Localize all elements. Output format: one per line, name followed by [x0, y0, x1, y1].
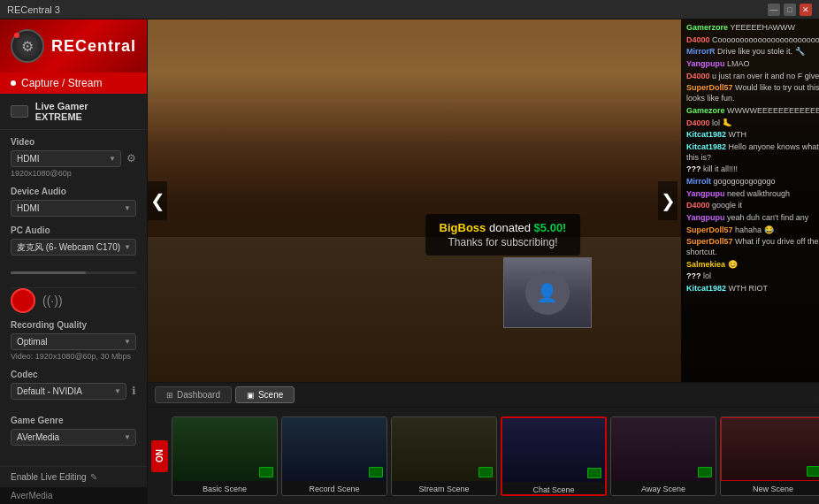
video-resolution: 1920x1080@60p [11, 169, 136, 178]
scene-thumbs: Basic Scene Record Scene Stream Scene Ch… [172, 416, 819, 496]
donation-action: donated [489, 221, 531, 234]
record-button[interactable] [11, 288, 35, 313]
scene-green-indicator [698, 467, 712, 477]
chat-message: Kitcat1982 WTH [686, 130, 819, 141]
title-bar: RECentral 3 — □ ✕ [0, 0, 819, 19]
video-preview: BigBoss donated $5.00! Thanks for subscr… [148, 19, 819, 382]
game-genre-label: Game Genre [11, 416, 136, 425]
chat-panel: Gamerzore YEEEEEHAWWWD4000 Coooooooooooo… [681, 19, 819, 382]
chat-message: Yangpupu LMAO [686, 59, 819, 70]
tab-dashboard-label: Dashboard [177, 390, 220, 400]
tab-scene-label: Scene [258, 390, 283, 400]
chat-message: D4000 lol 🦶 [686, 118, 819, 129]
tab-scene[interactable]: ▣ Scene [235, 386, 295, 403]
donation-notification: BigBoss donated $5.00! Thanks for subscr… [425, 214, 581, 256]
codec-group: Codec Default - NVIDIA ℹ [11, 370, 136, 407]
content-area: BigBoss donated $5.00! Thanks for subscr… [148, 19, 819, 504]
window-controls: — □ ✕ [768, 4, 812, 16]
window-title: RECentral 3 [7, 4, 60, 15]
scene-label: Chat Scene [502, 482, 605, 496]
pc-audio-label: PC Audio [11, 225, 136, 235]
dashboard-icon: ⊞ [166, 391, 173, 400]
video-settings-icon[interactable]: ⚙ [126, 152, 136, 164]
enable-editing-label: Enable Live Editing [11, 472, 87, 482]
chat-message: SuperDoll57 Would like to try out this g… [686, 83, 819, 103]
donation-sub: Thanks for subscribing! [440, 236, 567, 248]
logo-text: RECentral [51, 37, 136, 56]
scene-thumb[interactable]: Chat Scene [501, 416, 607, 496]
enable-editing-row[interactable]: Enable Live Editing ✎ [11, 472, 97, 482]
donation-name: BigBoss [440, 221, 486, 234]
chat-message: Kitcat1982 Hello anyone knows what game … [686, 142, 819, 163]
capture-stream-bar[interactable]: Capture / Stream [0, 73, 147, 94]
scene-label: Stream Scene [392, 481, 496, 496]
tab-bar: ⊞ Dashboard ▣ Scene 🔊 ⛶ [148, 382, 819, 407]
codec-label: Codec [11, 370, 136, 379]
game-genre-group: Game Genre AVerMedia [11, 416, 136, 446]
game-genre-select[interactable]: AVerMedia [11, 429, 136, 446]
edit-icon[interactable]: ✎ [90, 472, 97, 482]
device-name: Live Gamer EXTREME [35, 101, 136, 122]
close-button[interactable]: ✕ [800, 4, 812, 16]
chat-message: SuperDoll57 What if you drive off the cl… [686, 237, 819, 257]
chat-message: ??? lol [686, 271, 819, 282]
nav-arrow-left[interactable]: ❮ [148, 181, 167, 220]
sidebar: ⚙ RECentral Capture / Stream Live Gamer … [0, 19, 148, 504]
main-container: ⚙ RECentral Capture / Stream Live Gamer … [0, 19, 819, 504]
device-icon [11, 105, 28, 118]
pc-audio-select[interactable]: 麦克风 (6- Webcam C170) [11, 239, 136, 256]
nav-arrow-right[interactable]: ❯ [658, 181, 677, 220]
scene-strip: ON Basic Scene Record Scene Stream Scene… [148, 407, 819, 504]
chat-message: Salmekiea 😊 [686, 260, 819, 271]
logo-icon: ⚙ [11, 29, 44, 63]
tab-dashboard[interactable]: ⊞ Dashboard [155, 386, 232, 403]
chat-message: MirrorR Drive like you stole it. 🔧 [686, 47, 819, 57]
scene-green-indicator [369, 467, 383, 477]
stream-button[interactable]: ((·)) [42, 294, 63, 308]
chat-message: Gamezore WWWWEEEEEEEEEEEEEE [686, 106, 819, 117]
scene-thumb[interactable]: Record Scene [281, 416, 387, 496]
recording-quality-select[interactable]: Optimal [11, 333, 136, 350]
scene-thumb[interactable]: New Scene [720, 416, 819, 496]
chat-message: Gamerzore YEEEEEHAWWW [686, 23, 819, 34]
capture-stream-label: Capture / Stream [21, 77, 102, 89]
device-audio-group: Device Audio HDMI [11, 187, 136, 217]
scene-thumb[interactable]: Stream Scene [391, 416, 497, 496]
gear-icon: ⚙ [21, 38, 34, 55]
scene-label: Record Scene [282, 481, 387, 496]
codec-info-icon[interactable]: ℹ [132, 385, 136, 397]
scene-green-indicator [259, 467, 273, 477]
chat-message: Yangpupu yeah duh can't find any [686, 213, 819, 224]
minimize-button[interactable]: — [768, 4, 780, 16]
video-group: Video HDMI ⚙ 1920x1080@60p [11, 137, 136, 178]
video-source-select[interactable]: HDMI [11, 150, 121, 167]
chat-message: D4000 u just ran over it and no F given. [686, 72, 819, 82]
scene-thumb[interactable]: Basic Scene [172, 416, 278, 496]
chat-message: Mirrolt gogogogogogogo [686, 177, 819, 187]
chat-message: D4000 google it [686, 201, 819, 211]
logo-dot [14, 33, 19, 38]
scene-green-indicator [807, 466, 819, 477]
video-label: Video [11, 137, 136, 147]
maximize-button[interactable]: □ [784, 4, 796, 16]
recording-quality-group: Recording Quality Optimal Video: 1920x10… [11, 320, 136, 361]
logo-text-area: RECentral [51, 37, 136, 56]
on-badge: ON [151, 440, 168, 472]
device-section: Live Gamer EXTREME [0, 94, 147, 130]
scene-thumb[interactable]: Away Scene [610, 416, 716, 496]
scene-green-indicator [478, 467, 493, 477]
chat-message: Yangpupu need walkthrough [686, 189, 819, 200]
chat-message: Kitcat1982 WTH RIOT [686, 284, 819, 294]
scene-label: New Scene [721, 481, 819, 496]
chat-message: SuperDoll57 hahaha 😂 [686, 225, 819, 236]
codec-select[interactable]: Default - NVIDIA [11, 383, 126, 400]
scene-green-indicator [587, 468, 601, 478]
brand-name: AverMedia [11, 491, 53, 500]
device-audio-label: Device Audio [11, 187, 136, 196]
bottom-bar: Enable Live Editing ✎ [0, 466, 147, 487]
recording-quality-sub: Video: 1920x1080@60p, 30 Mbps [11, 352, 136, 361]
recording-quality-label: Recording Quality [11, 320, 136, 330]
donation-amount: $5.00! [534, 221, 567, 234]
logo-area: ⚙ RECentral [0, 19, 147, 73]
device-audio-select[interactable]: HDMI [11, 200, 136, 217]
